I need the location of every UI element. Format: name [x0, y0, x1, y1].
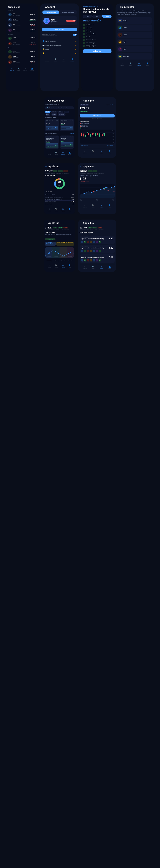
nav-features[interactable]: ⊞ Features [24, 68, 27, 71]
back-arrow-icon[interactable]: ← [45, 165, 47, 168]
nav-search[interactable]: 🔍 Search [55, 208, 58, 212]
nav-account[interactable]: 👤 Account [70, 58, 74, 62]
list-item[interactable]: A APPL S&P 500 INDEX 4392.60 [7, 49, 36, 54]
help-mobile[interactable]: 📱 Mobile › [117, 32, 152, 38]
back-arrow-icon[interactable]: ← [45, 222, 47, 224]
plan-max[interactable]: ✓ Max [102, 15, 111, 18]
nav-account[interactable]: 👤 Account [108, 266, 111, 269]
chip-futures[interactable]: Futures [51, 114, 57, 116]
list-item[interactable]: S SPN S&P 500 INDEX 4392.60 -0.09 -1.33% [7, 28, 36, 33]
list-item[interactable]: A APPL S&P 500 INDEX 4392.60 +14.00 +1.2… [7, 36, 36, 41]
chart-search-input[interactable] [49, 107, 72, 108]
subscribe-button[interactable]: Subscribe [83, 49, 111, 53]
chip-etfs[interactable]: ETFs [58, 111, 63, 113]
help-profile[interactable]: 👤 Profile › [117, 25, 152, 31]
chip-forex[interactable]: Forex [45, 114, 51, 116]
nav-watchlist[interactable]: ☆ Watch list [47, 152, 51, 155]
nav-search[interactable]: 🔍 Search [92, 266, 95, 269]
nav-watchlist[interactable]: ☆ Watch list [47, 265, 51, 268]
next-event-button[interactable]: NEXT EVENT → [106, 145, 115, 146]
nav-watchlist[interactable]: ☆ Watch list [45, 58, 49, 62]
nav-features[interactable]: ⊞ Features [62, 58, 65, 62]
nav-watchlist[interactable]: ☆ Watch list [83, 266, 87, 269]
list-item[interactable]: N NDQ S&P 500 INDEX 13893.21 +0.88 +4.51… [7, 17, 36, 22]
chip-sp500[interactable]: S&P500 [51, 111, 57, 113]
nav-account[interactable]: 👤 Account [30, 68, 34, 71]
nav-search[interactable]: 🔍 Search [55, 265, 58, 268]
nav-features[interactable]: ⊞ Features [100, 266, 103, 269]
market-open-label: ↑ MARKET OPEN ON AS OF MAR 25, 19:05 (EX… [79, 173, 115, 174]
list-item[interactable]: N NFLX S&P 500 INDEX 4392.60 -14.00 -1.2… [7, 60, 36, 65]
back-arrow-icon[interactable]: ← [45, 99, 47, 102]
nav-features[interactable]: ⊞ Features [100, 150, 103, 154]
help-billing[interactable]: 💳 Billing › [117, 17, 152, 24]
apple-target-screen: ← Apple Inc 173.57 +0.90 +0.54% ↑ MARKET… [78, 163, 117, 214]
nav-account[interactable]: 👤 Account [108, 204, 111, 208]
nav-search[interactable]: 🔍 Search [55, 152, 58, 155]
recently-view-item[interactable]: AAPL NASDAQ 52.00 Apple Inc 164.16 +2.45… [45, 119, 59, 131]
edit-notification-icon[interactable]: ✏️ [75, 53, 77, 54]
tab-account-settings[interactable]: Account Settings [60, 10, 77, 14]
nav-discretion[interactable]: Discretion [61, 260, 66, 261]
nav-search[interactable]: 🔍 Search [54, 58, 57, 62]
nav-watchlist[interactable]: ☆ Watch list [47, 208, 51, 212]
bullish-item[interactable]: AAPL NASDAQ 52.00 Advanced 164.16 +2.45% [60, 135, 74, 149]
list-item[interactable]: T TSLA S&P 500 INDEX 4392.60 [7, 55, 36, 59]
nav-account[interactable]: 👤 Account [146, 62, 149, 66]
back-arrow-icon[interactable]: ← [117, 6, 119, 8]
help-faq[interactable]: ❓ FAQ › [117, 46, 152, 52]
edit-username-icon[interactable]: ✏️ [75, 40, 77, 42]
nav-watchlist[interactable]: ☆ Watch list [10, 68, 14, 71]
nav-search[interactable]: 🔍 Search [17, 68, 20, 71]
back-arrow-icon[interactable]: ← [42, 6, 44, 8]
help-features[interactable]: ⭐ Features › [117, 53, 152, 60]
nav-watchlist[interactable]: ☆ Watch list [83, 204, 87, 208]
recently-view-item[interactable]: AAPL NASDAQ 52.00 Apple Inc 164.16 +2.45… [60, 119, 74, 131]
prev-event-button[interactable]: ← PREV EVENT [79, 145, 88, 146]
tab-profile-settings[interactable]: Profile Settings [42, 10, 59, 14]
bullish-item[interactable]: AAPL NASDAQ 52.00 Advanced Micro Devices… [45, 135, 59, 149]
charge-plan-button[interactable]: Charge Plan [42, 28, 77, 31]
chip-index[interactable]: Index [64, 111, 69, 113]
back-arrow-icon[interactable]: ← [79, 222, 82, 224]
more-options-icon[interactable]: ⋯ [33, 6, 35, 8]
nav-features[interactable]: ⊞ Features [137, 62, 141, 66]
nav-features[interactable]: ⊞ Features [61, 208, 65, 212]
nav-features[interactable]: ⊞ Features [61, 152, 65, 155]
plan-lite[interactable]: Lite [92, 15, 102, 18]
chip-stocks[interactable]: Stocks [45, 111, 51, 113]
list-item[interactable]: S SPX S&P 500 INDEX 4392.60 [7, 12, 36, 17]
options-link[interactable]: ✓ Options Available [105, 104, 115, 105]
nav-account[interactable]: 👤 Account [108, 150, 111, 154]
bottom-nav-apple: ☆ Watch list 🔍 Search ⊞ Features 👤 Accou… [79, 149, 115, 154]
edit-password-icon[interactable]: ✏️ [75, 49, 77, 50]
short-term-button[interactable]: Short Term [79, 114, 115, 118]
back-arrow-icon[interactable]: ← [79, 165, 82, 168]
nav-exploratory[interactable]: Exploratory [54, 260, 59, 261]
nav-search[interactable]: 🔍 Search [129, 62, 132, 66]
view-all-link[interactable]: View all [70, 133, 74, 134]
nav-features[interactable]: ⊞ Features [100, 204, 103, 208]
nav-watchlist[interactable]: ☆ Watch list [121, 62, 124, 66]
plan-free[interactable]: Free [83, 15, 92, 18]
alert-icon: 🔔 [118, 40, 122, 44]
donut-unit: 4W AVE [58, 185, 61, 186]
login-link[interactable]: Log in [94, 6, 97, 7]
nav-account[interactable]: 👤 Account [68, 208, 71, 212]
nav-account[interactable]: 👤 Account [68, 265, 71, 268]
auto-renew-toggle[interactable] [73, 34, 77, 36]
list-item[interactable]: N NFLX S&P 500 INDEX 4392.60 -14.00 -1.2… [7, 41, 36, 46]
nav-watchlist[interactable]: ☆ Watch list [83, 150, 87, 154]
help-alert[interactable]: 🔔 Alert › [117, 39, 152, 45]
nav-nowcasting[interactable]: Nowcasting [46, 260, 52, 261]
nav-recession[interactable]: Recession [68, 260, 73, 261]
nav-search[interactable]: 🔍 Search [92, 204, 95, 208]
chip-watchlists[interactable]: Watchlists [58, 114, 65, 116]
list-item[interactable]: D SPN Dow Jones Indust... 4392.60 -0.09 … [7, 23, 36, 28]
back-arrow-icon[interactable]: ← [79, 99, 82, 102]
svg-point-49 [49, 252, 50, 253]
nav-features[interactable]: ⊞ Features [61, 265, 65, 268]
edit-email-icon[interactable]: ✏️ [75, 44, 77, 46]
nav-search[interactable]: 🔍 Search [92, 150, 95, 154]
nav-account[interactable]: 👤 Account [68, 152, 71, 155]
